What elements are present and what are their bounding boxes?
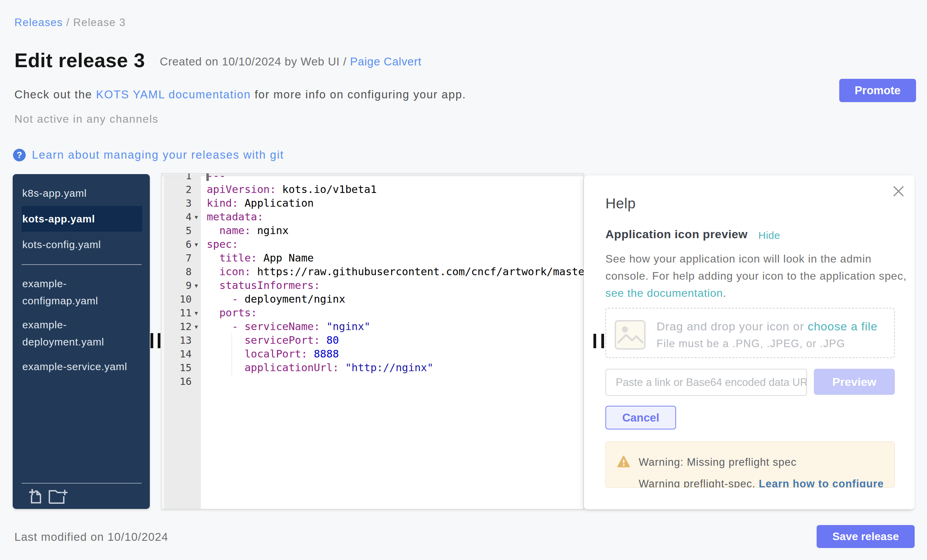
token: metadata:	[207, 211, 263, 223]
icon-url-input[interactable]	[605, 369, 807, 396]
line-number-4: 4	[161, 210, 191, 224]
sidebar-file-kots-app-yaml[interactable]: kots-app.yaml	[21, 206, 142, 232]
question-mark-icon: ?	[13, 149, 26, 161]
code-line-15: 15 applicationUrl: "http://nginx"	[161, 361, 584, 375]
app-icon-preview-title: Application icon preview	[605, 228, 748, 241]
fold-arrow-icon-9[interactable]: ▾	[191, 279, 201, 292]
code-line-6: 6▾spec:	[161, 238, 584, 251]
page: Releases / Release 3 Edit release 3 Crea…	[0, 0, 927, 560]
add-file-icon[interactable]	[28, 488, 43, 504]
fold-arrow-icon-4[interactable]: ▾	[191, 210, 201, 224]
icon-dropzone[interactable]: Drag and drop your icon or choose a file…	[605, 308, 895, 358]
code-line-7: 7 title: App Name	[161, 251, 584, 265]
fold-spacer-1	[191, 173, 201, 183]
code-text-5: name: nginx	[201, 224, 289, 238]
token: https://raw.githubusercontent.com/cncf/a…	[251, 266, 584, 278]
see-documentation-link[interactable]: see the documentation	[605, 287, 723, 299]
close-icon[interactable]	[892, 184, 906, 198]
line-number-14: 14	[161, 347, 191, 361]
created-author-link[interactable]: Paige Calvert	[350, 55, 422, 68]
code-text-13: servicePort: 80	[201, 334, 339, 347]
fold-arrow-icon-12[interactable]: ▾	[191, 320, 201, 334]
code-line-4: 4▾metadata:	[161, 210, 584, 224]
help-resize-handle-bar2[interactable]	[601, 334, 604, 348]
line-number-2: 2	[161, 183, 191, 196]
help-paragraph-line1: See how your application icon will look …	[605, 253, 871, 265]
promote-button[interactable]: Promote	[839, 79, 916, 102]
line-number-15: 15	[161, 361, 191, 375]
cancel-button[interactable]: Cancel	[605, 406, 676, 429]
code-line-2: 2apiVersion: kots.io/v1beta1	[161, 183, 584, 196]
hide-link[interactable]: Hide	[758, 230, 780, 241]
line-number-13: 13	[161, 334, 191, 347]
sidebar-file-k8s-app-yaml[interactable]: k8s-app.yaml	[22, 182, 133, 204]
breadcrumb-separator: /	[63, 17, 73, 29]
line-number-9: 9	[161, 279, 191, 292]
line-number-7: 7	[161, 251, 191, 265]
dropzone-hint: File must be a .PNG, .JPEG, or .JPG	[656, 338, 845, 350]
code-text-10: - deployment/nginx	[201, 292, 345, 306]
git-releases-link[interactable]: Learn about managing your releases with …	[32, 149, 284, 161]
kots-yaml-docs-link[interactable]: KOTS YAML documentation	[96, 88, 251, 101]
save-release-button[interactable]: Save release	[817, 525, 915, 548]
token	[207, 307, 219, 319]
token: apiVersion:	[207, 184, 276, 195]
sidebar-resize-handle-bar1[interactable]	[150, 333, 153, 348]
code-line-10: 10 - deployment/nginx	[161, 292, 584, 306]
code-line-8: 8 icon: https://raw.githubusercontent.co…	[161, 265, 584, 279]
code-text-8: icon: https://raw.githubusercontent.com/…	[201, 265, 584, 279]
sidebar-file-example-service-yaml[interactable]: example-service.yaml	[22, 355, 133, 375]
help-paragraph-line3: see the documentation.	[605, 287, 726, 299]
warning-configure-link[interactable]: Learn how to configure	[759, 478, 884, 488]
token: -	[232, 293, 245, 305]
sidebar-resize-handle-bar2[interactable]	[158, 333, 160, 348]
help-resize-handle-bar1[interactable]	[593, 334, 596, 348]
fold-arrow-icon-11[interactable]: ▾	[191, 306, 201, 320]
breadcrumb-releases-link[interactable]: Releases	[14, 17, 63, 29]
docs-line: Check out the KOTS YAML documentation fo…	[14, 88, 466, 101]
code-line-1: 1---	[161, 173, 584, 183]
choose-file-link[interactable]: choose a file	[808, 320, 878, 333]
code-line-3: 3kind: Application	[161, 196, 584, 210]
fold-arrow-icon-6[interactable]: ▾	[191, 238, 201, 251]
add-folder-icon[interactable]	[48, 489, 69, 504]
token: App Name	[257, 252, 314, 264]
preview-button[interactable]: Preview	[814, 369, 895, 395]
dropzone-text-prefix: Drag and drop your icon or	[656, 320, 808, 333]
token: kots.io/v1beta1	[276, 184, 377, 195]
code-text-7: title: App Name	[201, 251, 314, 265]
code-text-6: spec:	[201, 238, 238, 251]
warning-detail-text: Warning preflight-spec.	[639, 478, 759, 488]
sidebar-divider-bottom	[21, 483, 141, 484]
git-help-row: ? Learn about managing your releases wit…	[13, 149, 284, 161]
fold-spacer-10	[191, 292, 201, 306]
token: Application	[238, 197, 314, 209]
warning-title: Warning: Missing preflight spec	[639, 456, 797, 469]
fold-spacer-16	[191, 375, 201, 388]
fold-spacer-7	[191, 251, 201, 265]
token: applicationUrl:	[245, 361, 339, 373]
warning-box: Warning: Missing preflight spec Warning …	[605, 442, 895, 488]
code-line-9: 9▾ statusInformers:	[161, 279, 584, 292]
code-text-4: metadata:	[201, 210, 263, 224]
code-text-3: kind: Application	[201, 196, 314, 210]
sidebar-file-kots-config-yaml[interactable]: kots-config.yaml	[22, 232, 133, 258]
yaml-editor[interactable]: 1---2apiVersion: kots.io/v1beta13kind: A…	[161, 173, 584, 509]
page-title: Edit release 3	[14, 49, 145, 71]
warning-triangle-icon	[617, 455, 630, 468]
code-line-5: 5 name: nginx	[161, 224, 584, 238]
line-number-10: 10	[161, 292, 191, 306]
sidebar-file-example-configmap-yaml[interactable]: example-configmap.yaml	[22, 272, 133, 310]
sidebar-divider-top	[21, 264, 141, 265]
code-line-14: 14 localPort: 8888	[161, 347, 584, 361]
sidebar-file-example-deployment-yaml[interactable]: example-deployment.yaml	[22, 313, 133, 351]
code-line-13: 13 servicePort: 80	[161, 334, 584, 347]
help-title: Help	[605, 195, 635, 212]
line-number-1: 1	[161, 173, 191, 183]
code-text-11: ports:	[201, 306, 257, 320]
code-text-15: applicationUrl: "http://nginx"	[201, 361, 433, 375]
created-text: Created on 10/10/2024 by Web UI /	[160, 55, 350, 68]
token: "nginx"	[320, 320, 371, 332]
line-number-3: 3	[161, 196, 191, 210]
code-line-16: 16	[161, 375, 584, 388]
